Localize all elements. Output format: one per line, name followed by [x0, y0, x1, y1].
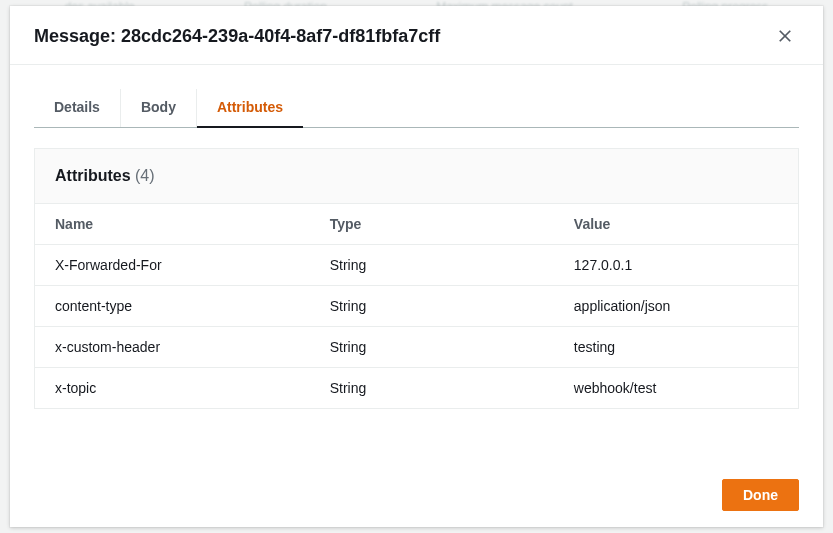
attributes-panel: Attributes (4) Name Type Value X-Forward…: [34, 148, 799, 409]
done-button[interactable]: Done: [722, 479, 799, 511]
attr-value: application/json: [554, 286, 798, 327]
col-header-name[interactable]: Name: [35, 204, 310, 245]
close-button[interactable]: [771, 22, 799, 50]
col-header-value[interactable]: Value: [554, 204, 798, 245]
table-header-row: Name Type Value: [35, 204, 798, 245]
message-id: 28cdc264-239a-40f4-8af7-df81fbfa7cff: [121, 26, 440, 46]
attributes-panel-header: Attributes (4): [35, 149, 798, 203]
attr-name: content-type: [35, 286, 310, 327]
attr-value: 127.0.0.1: [554, 245, 798, 286]
attr-name: x-topic: [35, 368, 310, 409]
table-row: x-custom-header String testing: [35, 327, 798, 368]
attr-type: String: [310, 327, 554, 368]
table-row: x-topic String webhook/test: [35, 368, 798, 409]
attr-name: x-custom-header: [35, 327, 310, 368]
modal-footer: Done: [10, 463, 823, 527]
attr-type: String: [310, 368, 554, 409]
attr-value: testing: [554, 327, 798, 368]
attributes-table: Name Type Value X-Forwarded-For String 1…: [35, 203, 798, 408]
panel-count: (4): [135, 167, 155, 184]
tab-details[interactable]: Details: [34, 89, 121, 127]
panel-title: Attributes: [55, 167, 131, 184]
attr-type: String: [310, 245, 554, 286]
modal-body: Details Body Attributes Attributes (4) N…: [10, 65, 823, 463]
tab-bar: Details Body Attributes: [34, 89, 799, 128]
modal-title: Message: 28cdc264-239a-40f4-8af7-df81fbf…: [34, 26, 440, 47]
tab-attributes[interactable]: Attributes: [197, 89, 303, 127]
attr-value: webhook/test: [554, 368, 798, 409]
attr-type: String: [310, 286, 554, 327]
col-header-type[interactable]: Type: [310, 204, 554, 245]
tab-body[interactable]: Body: [121, 89, 197, 127]
table-row: X-Forwarded-For String 127.0.0.1: [35, 245, 798, 286]
message-details-modal: Message: 28cdc264-239a-40f4-8af7-df81fbf…: [10, 6, 823, 527]
attr-name: X-Forwarded-For: [35, 245, 310, 286]
close-icon: [778, 29, 792, 43]
title-prefix: Message:: [34, 26, 121, 46]
modal-header: Message: 28cdc264-239a-40f4-8af7-df81fbf…: [10, 6, 823, 65]
table-row: content-type String application/json: [35, 286, 798, 327]
